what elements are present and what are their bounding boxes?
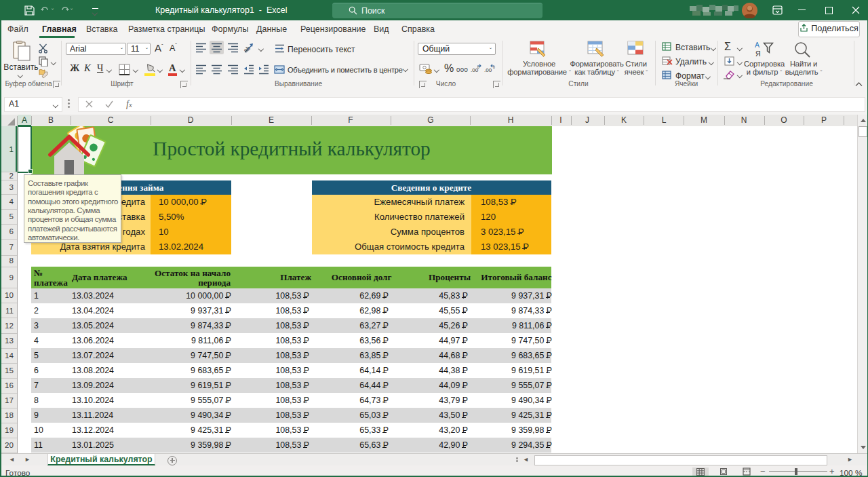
svg-text:0: 0 bbox=[493, 65, 495, 69]
svg-text:А: А bbox=[755, 41, 760, 49]
svg-text:Я: Я bbox=[755, 50, 761, 58]
svg-text:0: 0 bbox=[477, 65, 479, 69]
svg-text:.00: .00 bbox=[484, 67, 492, 73]
svg-text:ab: ab bbox=[243, 45, 252, 54]
